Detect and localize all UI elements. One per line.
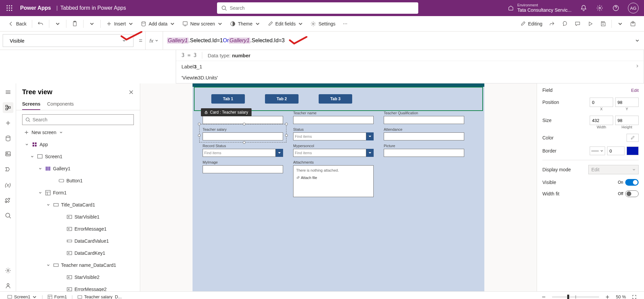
search-input[interactable] [230, 5, 414, 11]
rail-tree-view[interactable] [3, 102, 13, 113]
paste-dropdown[interactable] [86, 19, 98, 29]
combo-input[interactable]: Find items [293, 132, 366, 140]
formula-input[interactable]: Gallery1.Selected.Id=1 Or Gallery1.Selec… [163, 32, 631, 50]
rail-search[interactable] [3, 210, 13, 221]
dropdown-button[interactable] [366, 132, 374, 140]
position-x-input[interactable] [590, 98, 613, 107]
property-selector[interactable] [3, 34, 133, 47]
help-icon[interactable] [609, 1, 623, 15]
tree-item[interactable]: App [16, 138, 140, 151]
tab-components[interactable]: Components [47, 99, 73, 110]
tree-item[interactable]: Form1 [16, 187, 140, 199]
zoom-out-button[interactable] [539, 294, 548, 299]
tab-button[interactable]: Tab 1 [211, 94, 245, 104]
fit-screen-button[interactable] [630, 294, 639, 299]
widthfit-toggle[interactable] [625, 190, 639, 197]
field-teacher-name[interactable]: Teacher name [293, 111, 374, 124]
tree-item[interactable]: ErrorMessage1 [16, 223, 140, 235]
save-dropdown[interactable] [614, 19, 626, 29]
rail-insert[interactable] [3, 118, 13, 128]
field-myimage[interactable]: MyImage [203, 160, 283, 197]
position-y-input[interactable] [615, 98, 639, 107]
play-button[interactable] [585, 19, 596, 29]
add-data-button[interactable]: Add data [138, 19, 178, 29]
field-picture[interactable]: Picture [384, 144, 464, 157]
new-screen-button[interactable]: New screen [179, 19, 226, 29]
chevron-down-icon[interactable] [38, 190, 43, 195]
expand-formula-button[interactable] [631, 32, 644, 50]
text-input[interactable] [203, 132, 283, 140]
intel-suggestion[interactable]: Label3_1 [176, 61, 644, 72]
tree-item[interactable]: Gallery1 [16, 163, 140, 175]
tree-item[interactable]: StarVisible1 [16, 211, 140, 223]
chevron-down-icon[interactable] [46, 202, 51, 207]
border-color-picker[interactable] [627, 146, 639, 155]
tree-item[interactable]: DataCardValue1 [16, 235, 140, 247]
field-record-status[interactable]: Record StatusFind items [203, 144, 283, 157]
back-button[interactable]: Back [5, 19, 29, 29]
breadcrumb-screen[interactable]: Screen1 [5, 294, 39, 299]
rail-media[interactable] [3, 148, 13, 159]
design-canvas[interactable]: Tab 1 Tab 2 Tab 3 Card : Teacher salary … [140, 83, 537, 291]
attach-file-button[interactable]: Attach file [296, 176, 371, 180]
user-avatar[interactable]: AG [628, 3, 639, 13]
new-screen-button[interactable]: New screen [16, 128, 140, 137]
chevron-down-icon[interactable] [24, 142, 30, 147]
resize-handle[interactable] [285, 134, 288, 137]
field-attachments[interactable]: Attachments There is nothing attached. A… [293, 160, 374, 197]
settings-button[interactable]: Settings [308, 19, 338, 29]
attachments-control[interactable]: There is nothing attached. Attach file [293, 165, 374, 197]
tree-item[interactable]: StarVisible2 [16, 271, 140, 283]
text-input[interactable] [384, 149, 464, 157]
comments-button[interactable] [572, 19, 583, 29]
tree-search[interactable] [22, 114, 134, 125]
app-name-label[interactable]: Power Apps [16, 5, 55, 11]
field-teacher-salary[interactable]: Teacher salary [203, 127, 283, 140]
resize-handle[interactable] [243, 141, 246, 144]
text-input[interactable] [293, 116, 374, 124]
overflow-button[interactable] [339, 19, 351, 29]
size-height-input[interactable] [615, 116, 639, 125]
intel-next-icon[interactable] [635, 64, 640, 70]
chevron-down-icon[interactable] [46, 262, 51, 268]
edit-link[interactable]: Edit [631, 88, 639, 93]
zoom-slider[interactable] [552, 297, 599, 297]
tree-item[interactable]: DataCardKey1 [16, 247, 140, 259]
tree-item[interactable]: Screen1 [16, 151, 140, 163]
resize-handle[interactable] [285, 123, 288, 125]
rail-hamburger[interactable] [3, 87, 13, 98]
dropdown-button[interactable] [366, 149, 374, 157]
tab-screens[interactable]: Screens [22, 99, 40, 110]
edit-fields-button[interactable]: Edit fields [265, 19, 307, 29]
insert-button[interactable]: Insert [103, 19, 137, 29]
share-button[interactable] [546, 19, 558, 29]
tab-button[interactable]: Tab 3 [319, 94, 352, 104]
border-width-input[interactable] [607, 146, 625, 155]
rail-variables[interactable]: (x) [3, 179, 13, 190]
resize-handle[interactable] [243, 123, 246, 125]
tree-item[interactable]: Teacher name_DataCard1 [16, 259, 140, 271]
tree-item[interactable]: Title_DataCard1 [16, 199, 140, 211]
text-input[interactable] [203, 165, 283, 173]
resize-handle[interactable] [198, 123, 201, 125]
paste-button[interactable] [69, 19, 80, 29]
notifications-icon[interactable] [577, 1, 590, 15]
rail-tools[interactable] [3, 195, 13, 205]
text-input[interactable] [384, 132, 464, 140]
breadcrumb-card[interactable]: Teacher salary_D... [75, 294, 124, 299]
tab-button[interactable]: Tab 2 [265, 94, 299, 104]
editing-button[interactable]: Editing [517, 19, 545, 29]
environment-picker[interactable]: Environment Tata Consultancy Servic... [508, 3, 572, 13]
zoom-in-button[interactable] [603, 294, 612, 299]
save-button[interactable] [597, 19, 609, 29]
visible-toggle[interactable] [625, 179, 639, 186]
display-mode-select[interactable]: Edit [588, 165, 639, 174]
breadcrumb-form[interactable]: Form1 [46, 294, 69, 299]
publish-button[interactable] [627, 19, 639, 29]
text-input[interactable] [384, 116, 464, 124]
field-attendance[interactable]: Attendance [384, 127, 464, 140]
dropdown-button[interactable] [276, 149, 283, 157]
resize-handle[interactable] [198, 134, 201, 137]
settings-icon[interactable] [593, 1, 606, 15]
undo-button[interactable] [35, 19, 46, 29]
